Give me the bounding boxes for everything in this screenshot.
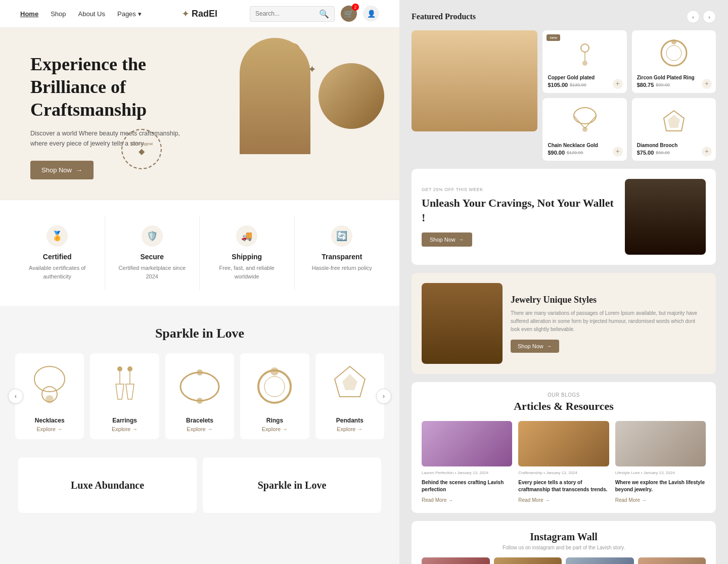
product-1-old-price: $130.00: [570, 82, 586, 87]
nav-about[interactable]: About Us: [78, 10, 105, 18]
article-2-read-more[interactable]: Read More →: [518, 497, 609, 503]
product-pendants: Pendants Explore →: [315, 353, 384, 439]
diamond-icon: ◆: [139, 147, 145, 156]
shop-now-button[interactable]: Shop Now →: [30, 161, 94, 179]
arrow-icon: →: [76, 166, 82, 174]
svg-point-6: [127, 366, 132, 371]
necklaces-name: Necklaces: [35, 417, 65, 424]
jewelry-arrow-icon: →: [547, 343, 552, 349]
user-icon: 👤: [367, 10, 376, 18]
product-3-old-price: $120.00: [567, 150, 583, 155]
hero-title: Experience the Brilliance of Craftsmansh…: [30, 53, 192, 121]
feature-secure-title: Secure: [140, 253, 164, 261]
earrings-explore[interactable]: Explore →: [112, 426, 138, 432]
features-bar: 🏅 Certified Available certificates of au…: [0, 200, 399, 306]
nav-shop[interactable]: Shop: [51, 10, 66, 18]
article-2-headline: Every piece tells a story of craftmanshi…: [518, 479, 609, 493]
svg-point-3: [117, 366, 122, 371]
article-3: Lifestyle Luxe • January 13, 2024 Where …: [615, 421, 706, 503]
luxe-title-2: Sparkle in Love: [258, 480, 327, 491]
search-input[interactable]: [255, 10, 316, 17]
luxe-title-1: Luxe Abundance: [71, 480, 144, 491]
pendants-explore[interactable]: Explore →: [337, 426, 362, 432]
hero-ring-image: [318, 63, 384, 129]
article-3-author: Lifestyle Luxe • January 13, 2024: [615, 471, 706, 475]
promo-section: Get 25% off this week Unleash Your Cravi…: [412, 169, 716, 265]
products-carousel: ‹ Necklaces Explore → Earrings Explore →: [15, 353, 384, 439]
nav-pages[interactable]: Pages ▾: [117, 10, 142, 18]
featured-grid: new Copper Gold plated $105.00 $130.00 +…: [412, 30, 716, 161]
product-bracelets: Bracelets Explore →: [165, 353, 234, 439]
article-2-author: Craftmanship • January 13, 2024: [518, 471, 609, 475]
carousel-next-button[interactable]: ›: [376, 389, 391, 404]
hero-badge: 100% Original ◆: [121, 129, 162, 169]
jewelry-section: Jewelry Unique Styles There are many var…: [412, 273, 716, 374]
instagram-image-3[interactable]: [566, 557, 634, 564]
featured-product-3: Chain Necklace Gold $90.00 $120.00 +: [542, 98, 626, 161]
left-panel: Home Shop About Us Pages ▾ ✦ RadEl 🔍 🛒 2…: [0, 0, 399, 564]
cart-button[interactable]: 🛒 2: [341, 6, 357, 22]
user-button[interactable]: 👤: [363, 6, 379, 22]
feature-shipping-title: Shipping: [232, 253, 262, 261]
product-rings: Rings Explore →: [240, 353, 309, 439]
sparkle-title: Sparkle in Love: [15, 326, 384, 341]
feature-transparent-title: Transparent: [322, 253, 362, 261]
product-4-add-button[interactable]: +: [702, 147, 712, 157]
product-1-add-button[interactable]: +: [613, 79, 623, 89]
jewelry-shop-button[interactable]: Shop Now →: [511, 340, 559, 353]
necklaces-image: [24, 361, 75, 412]
featured-header: Featured Products ‹ ›: [412, 10, 716, 23]
nav-home[interactable]: Home: [20, 10, 38, 18]
luxe-card-2: Sparkle in Love: [203, 457, 381, 513]
product-2-add-button[interactable]: +: [702, 79, 712, 89]
rings-explore[interactable]: Explore →: [262, 426, 288, 432]
promo-shop-button[interactable]: Shop Now →: [422, 232, 472, 247]
svg-line-25: [585, 116, 596, 128]
nav-right: 🔍 🛒 2 👤: [250, 6, 379, 22]
articles-grid: Lauren Perfection • January 13, 2024 Beh…: [422, 421, 706, 503]
jewelry-image: [422, 283, 503, 364]
product-1-name: Copper Gold plated: [548, 75, 621, 80]
article-1-read-more[interactable]: Read More →: [422, 497, 512, 503]
svg-point-2: [46, 395, 54, 403]
search-bar[interactable]: 🔍: [250, 6, 335, 22]
instagram-image-2[interactable]: [494, 557, 562, 564]
instagram-image-4[interactable]: [638, 557, 706, 564]
featured-product-1: new Copper Gold plated $105.00 $130.00 +: [542, 30, 626, 93]
product-3-add-button[interactable]: +: [613, 147, 623, 157]
svg-point-22: [671, 39, 676, 44]
cart-badge: 2: [352, 4, 359, 11]
pendants-name: Pendants: [336, 417, 363, 424]
necklaces-explore[interactable]: Explore →: [37, 426, 63, 432]
article-3-read-more[interactable]: Read More →: [615, 497, 706, 503]
product-1-price: $105.00: [548, 82, 568, 88]
logo: ✦ RadEl: [182, 9, 217, 19]
hero-model-image: [240, 38, 310, 154]
product-2-price: $80.75: [637, 82, 654, 88]
badge-text: 100% Original: [130, 142, 153, 146]
promo-btn-label: Shop Now: [430, 237, 456, 243]
carousel-prev-button[interactable]: ‹: [8, 389, 23, 404]
featured-prev-arrow[interactable]: ‹: [687, 10, 700, 23]
articles-title: Articles & Resources: [422, 400, 706, 413]
featured-next-arrow[interactable]: ›: [703, 10, 716, 23]
feature-transparent-desc: Hassle-free return policy: [312, 264, 372, 272]
star-icon: ✦: [308, 63, 316, 75]
rings-image: [249, 361, 300, 412]
instagram-image-1[interactable]: [422, 557, 490, 564]
article-2: Craftmanship • January 13, 2024 Every pi…: [518, 421, 609, 503]
featured-product-2: Zircon Gold Plated Ring $80.75 $99.00 +: [632, 30, 716, 93]
article-3-image: [615, 421, 706, 466]
product-3-name: Chain Necklace Gold: [548, 143, 621, 148]
luxe-section: Luxe Abundance Sparkle in Love: [0, 454, 399, 531]
jewelry-title: Jewelry Unique Styles: [511, 295, 706, 305]
luxe-card-1: Luxe Abundance: [18, 457, 197, 513]
instagram-grid: [422, 557, 706, 564]
bracelets-image: [174, 361, 225, 412]
product-4-image: [656, 103, 692, 138]
svg-point-19: [582, 61, 587, 66]
svg-line-24: [574, 116, 585, 128]
bracelets-explore[interactable]: Explore →: [187, 426, 212, 432]
featured-product-4: Diamond Brooch $75.00 $90.00 +: [632, 98, 716, 161]
feature-certified-desc: Available certificates of authenticity: [20, 264, 95, 280]
